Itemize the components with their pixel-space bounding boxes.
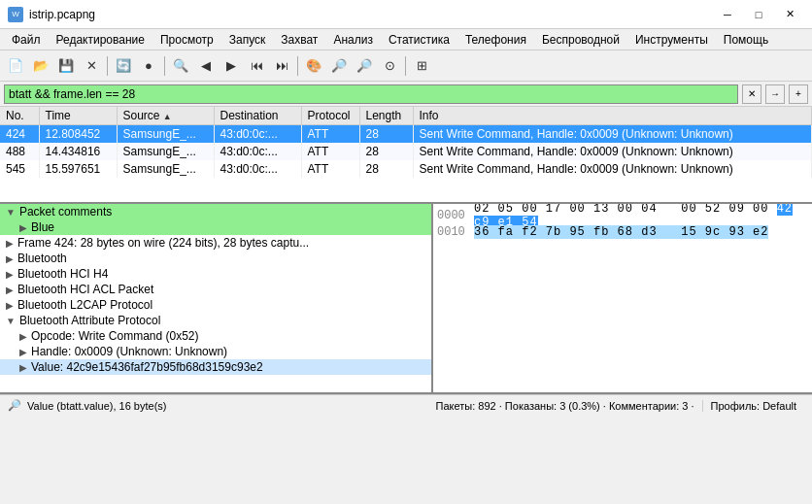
status-profile: Профиль: Default <box>703 400 804 412</box>
detail-tree-item[interactable]: ▶Opcode: Write Command (0x52) <box>0 328 431 344</box>
toolbar: 📄 📂 💾 ✕ 🔄 ● 🔍 ◀ ▶ ⏮ ⏭ 🎨 🔎 🔎 ⊙ ⊞ <box>0 50 812 82</box>
maximize-button[interactable]: □ <box>744 5 773 24</box>
table-cell: 28 <box>359 160 413 178</box>
table-cell: Sent Write Command, Handle: 0x0009 (Unkn… <box>413 125 812 144</box>
menu-item-файл[interactable]: Файл <box>4 31 49 49</box>
menu-item-инструменты[interactable]: Инструменты <box>627 31 716 49</box>
table-row[interactable]: 42412.808452SamsungE_...43:d0:0c:...ATT2… <box>0 125 812 144</box>
menu-item-просмотр[interactable]: Просмотр <box>152 31 221 49</box>
table-cell: 15.597651 <box>39 160 117 178</box>
detail-tree: ▼Packet comments▶Blue▶Frame 424: 28 byte… <box>0 204 431 375</box>
tree-toggle-icon: ▼ <box>6 316 16 326</box>
detail-tree-item[interactable]: ▶Value: 42c9e15436faf27b95fb68d3159c93e2 <box>0 359 431 375</box>
zoom-out-button[interactable]: 🔎 <box>353 54 376 78</box>
detail-tree-item[interactable]: ▶Handle: 0x0009 (Unknown: Unknown) <box>0 344 431 359</box>
col-header-protocol[interactable]: Protocol <box>301 107 359 125</box>
col-header-info[interactable]: Info <box>413 107 812 125</box>
table-row[interactable]: 54515.597651SamsungE_...43:d0:0c:...ATT2… <box>0 160 812 178</box>
status-bar: 🔎 Value (btatt.value), 16 byte(s) Пакеты… <box>0 394 812 416</box>
first-button[interactable]: ⏮ <box>245 54 268 78</box>
separator2 <box>164 56 165 76</box>
table-cell: 488 <box>0 143 39 160</box>
menu-item-редактирование[interactable]: Редактирование <box>49 31 152 49</box>
tree-item-label: Bluetooth HCI ACL Packet <box>17 283 153 296</box>
back-button[interactable]: ◀ <box>194 54 218 78</box>
resize-columns-button[interactable]: ⊞ <box>410 54 433 78</box>
menu-item-захват[interactable]: Захват <box>273 31 325 49</box>
table-cell: 28 <box>359 125 413 144</box>
hex-offset-0010: 0010 <box>437 225 474 239</box>
open-button[interactable]: 📂 <box>29 54 52 78</box>
detail-tree-item[interactable]: ▼Packet comments <box>0 204 431 219</box>
forward-button[interactable]: ▶ <box>220 54 243 78</box>
menu-item-беспроводной[interactable]: Беспроводной <box>534 31 627 49</box>
tree-item-label: Bluetooth <box>17 252 67 265</box>
close-button[interactable]: ✕ <box>775 5 804 24</box>
table-cell: 12.808452 <box>39 125 117 144</box>
hex-offset-0000: 0000 <box>437 209 474 222</box>
tree-toggle-icon: ▼ <box>6 207 16 218</box>
separator1 <box>107 56 108 76</box>
tree-item-label: Value: 42c9e15436faf27b95fb68d3159c93e2 <box>31 360 263 374</box>
menu-item-статистика[interactable]: Статистика <box>381 31 457 49</box>
table-cell: 43:d0:0c:... <box>214 160 301 178</box>
menu-item-анализ[interactable]: Анализ <box>325 31 381 49</box>
tree-toggle-icon: ▶ <box>19 222 27 233</box>
table-cell: ATT <box>301 160 359 178</box>
tree-toggle-icon: ▶ <box>19 362 27 373</box>
app-icon: W <box>8 7 23 22</box>
reload-button[interactable]: 🔄 <box>112 54 135 78</box>
tree-item-label: Bluetooth Attribute Protocol <box>19 314 160 327</box>
filter-clear-button[interactable]: ✕ <box>742 84 761 104</box>
tree-item-label: Blue <box>31 220 54 234</box>
tree-item-label: Opcode: Write Command (0x52) <box>31 329 199 343</box>
tree-item-label: Packet comments <box>19 205 112 218</box>
table-cell: SamsungE_... <box>117 143 214 160</box>
col-header-time[interactable]: Time <box>39 107 117 125</box>
menu-item-телефония[interactable]: Телефония <box>457 31 534 49</box>
capture-button[interactable]: ● <box>137 54 160 78</box>
title-bar-text: istrip.pcapng <box>29 8 713 21</box>
menu-item-запуск[interactable]: Запуск <box>221 31 274 49</box>
table-row[interactable]: 48814.434816SamsungE_...43:d0:0c:...ATT2… <box>0 143 812 160</box>
zoom-in-button[interactable]: 🔎 <box>327 54 351 78</box>
tree-toggle-icon: ▶ <box>6 253 14 264</box>
col-header-destination[interactable]: Destination <box>214 107 301 125</box>
col-header-length[interactable]: Length <box>359 107 413 125</box>
close-file-button[interactable]: ✕ <box>80 54 103 78</box>
table-cell: Sent Write Command, Handle: 0x0009 (Unkn… <box>413 143 812 160</box>
detail-tree-item[interactable]: ▶Bluetooth HCI ACL Packet <box>0 282 431 297</box>
find-button[interactable]: 🔍 <box>169 54 192 78</box>
hex-row: 0000 02 05 00 17 00 13 00 04 00 52 09 00… <box>437 208 808 223</box>
title-bar: W istrip.pcapng ─ □ ✕ <box>0 0 812 29</box>
detail-tree-item[interactable]: ▼Bluetooth Attribute Protocol <box>0 313 431 328</box>
table-cell: 43:d0:0c:... <box>214 125 301 144</box>
detail-tree-item[interactable]: ▶Bluetooth <box>0 251 431 266</box>
new-button[interactable]: 📄 <box>4 54 27 78</box>
menu-item-помощь[interactable]: Помощь <box>716 31 776 49</box>
zoom-reset-button[interactable]: ⊙ <box>378 54 401 78</box>
detail-tree-item[interactable]: ▶Bluetooth HCI H4 <box>0 266 431 282</box>
col-header-source[interactable]: Source ▲ <box>117 107 214 125</box>
table-header-row: No. Time Source ▲ Destination Protocol L… <box>0 107 812 125</box>
colorize-button[interactable]: 🎨 <box>302 54 325 78</box>
separator4 <box>405 56 406 76</box>
save-button[interactable]: 💾 <box>54 54 78 78</box>
filter-add-button[interactable]: + <box>789 84 808 104</box>
table-cell: 14.434816 <box>39 143 117 160</box>
tree-item-label: Bluetooth L2CAP Protocol <box>17 298 152 312</box>
last-button[interactable]: ⏭ <box>270 54 293 78</box>
detail-tree-item[interactable]: ▶Bluetooth L2CAP Protocol <box>0 297 431 313</box>
detail-tree-item[interactable]: ▶Frame 424: 28 bytes on wire (224 bits),… <box>0 235 431 251</box>
table-cell: ATT <box>301 143 359 160</box>
status-left: 🔎 Value (btatt.value), 16 byte(s) <box>8 399 428 412</box>
table-cell: SamsungE_... <box>117 125 214 144</box>
detail-tree-item[interactable]: ▶Blue <box>0 219 431 235</box>
filter-input[interactable]: btatt && frame.len == 28 <box>4 84 738 104</box>
filter-bar: btatt && frame.len == 28 ✕ → + <box>0 82 812 107</box>
minimize-button[interactable]: ─ <box>713 5 742 24</box>
col-header-no[interactable]: No. <box>0 107 39 125</box>
table-cell: 545 <box>0 160 39 178</box>
filter-apply-button[interactable]: → <box>765 84 785 104</box>
hex-bytes-0010: 36 fa f2 7b 95 fb 68 d3 15 9c 93 e2 <box>474 225 808 239</box>
